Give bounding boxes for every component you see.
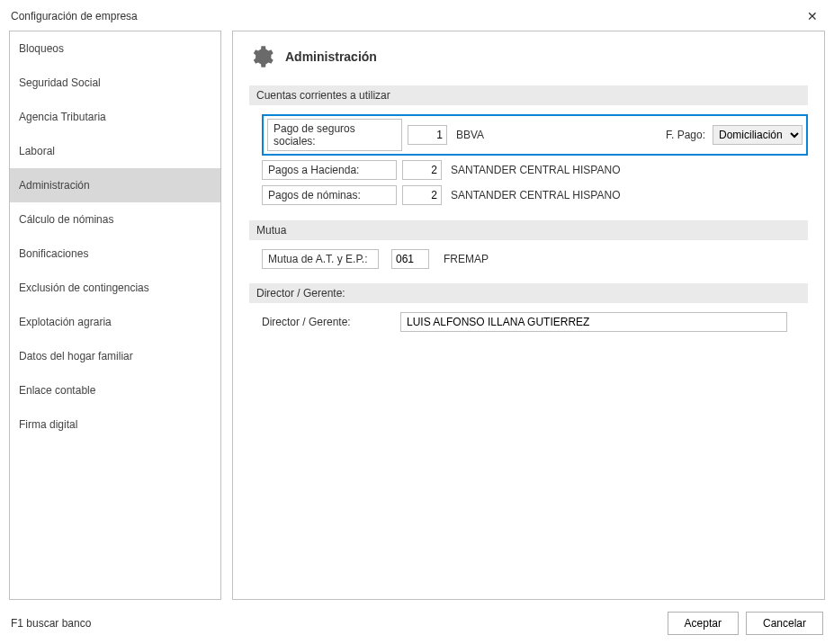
titlebar: Configuración de empresa ✕ bbox=[0, 0, 834, 31]
sidebar-item-datos-hogar[interactable]: Datos del hogar familiar bbox=[10, 339, 220, 373]
sidebar-item-bonificaciones[interactable]: Bonificaciones bbox=[10, 237, 220, 271]
accept-button[interactable]: Aceptar bbox=[668, 612, 739, 635]
account-row-hacienda: Pagos a Hacienda: SANTANDER CENTRAL HISP… bbox=[262, 159, 808, 181]
account-bank-name: SANTANDER CENTRAL HISPANO bbox=[451, 189, 620, 201]
account-label: Pago de seguros sociales: bbox=[267, 119, 402, 151]
sidebar-item-administracion[interactable]: Administración bbox=[10, 168, 220, 202]
account-code-input[interactable] bbox=[408, 125, 447, 145]
sidebar-item-enlace-contable[interactable]: Enlace contable bbox=[10, 373, 220, 407]
close-icon[interactable]: ✕ bbox=[802, 7, 823, 25]
sidebar: Bloqueos Seguridad Social Agencia Tribut… bbox=[9, 31, 221, 600]
sidebar-item-seguridad-social[interactable]: Seguridad Social bbox=[10, 66, 220, 100]
mutua-row: Mutua de A.T. y E.P.: FREMAP bbox=[262, 249, 808, 269]
sidebar-item-firma-digital[interactable]: Firma digital bbox=[10, 407, 220, 442]
page-title: Administración bbox=[285, 49, 377, 64]
account-row-seguros: Pago de seguros sociales: BBVA F. Pago: … bbox=[262, 114, 808, 156]
account-label: Pagos de nóminas: bbox=[262, 185, 397, 205]
sidebar-item-agencia-tributaria[interactable]: Agencia Tributaria bbox=[10, 100, 220, 134]
account-bank-name: SANTANDER CENTRAL HISPANO bbox=[451, 164, 620, 176]
content-panel: Administración Cuentas corrientes a util… bbox=[232, 31, 825, 600]
mutua-code-input[interactable] bbox=[391, 249, 429, 269]
account-bank-name: BBVA bbox=[456, 129, 484, 141]
mutua-header: Mutua bbox=[249, 220, 808, 240]
director-label: Director / Gerente: bbox=[262, 313, 388, 331]
account-code-input[interactable] bbox=[402, 160, 442, 180]
director-input[interactable] bbox=[400, 312, 787, 332]
footer-hint: F1 buscar banco bbox=[11, 617, 91, 630]
footer: F1 buscar banco Aceptar Cancelar bbox=[0, 604, 834, 644]
mutua-name: FREMAP bbox=[444, 253, 489, 265]
gear-icon bbox=[249, 44, 274, 69]
mutua-label: Mutua de A.T. y E.P.: bbox=[262, 249, 379, 269]
accounts-header: Cuentas corrientes a utilizar bbox=[249, 85, 808, 105]
sidebar-item-bloqueos[interactable]: Bloqueos bbox=[10, 31, 220, 66]
account-code-input[interactable] bbox=[402, 185, 442, 205]
sidebar-item-explotacion-agraria[interactable]: Explotación agraria bbox=[10, 305, 220, 339]
fp-select[interactable]: Domiciliación bbox=[713, 125, 803, 145]
sidebar-item-laboral[interactable]: Laboral bbox=[10, 134, 220, 168]
account-label: Pagos a Hacienda: bbox=[262, 160, 397, 180]
window-title: Configuración de empresa bbox=[11, 10, 138, 22]
sidebar-item-calculo-nominas[interactable]: Cálculo de nóminas bbox=[10, 202, 220, 237]
account-row-nominas: Pagos de nóminas: SANTANDER CENTRAL HISP… bbox=[262, 184, 808, 206]
director-row: Director / Gerente: bbox=[262, 312, 808, 332]
fp-label: F. Pago: bbox=[666, 129, 705, 141]
director-header: Director / Gerente: bbox=[249, 283, 808, 303]
sidebar-item-exclusion-contingencias[interactable]: Exclusión de contingencias bbox=[10, 271, 220, 305]
cancel-button[interactable]: Cancelar bbox=[746, 612, 823, 635]
